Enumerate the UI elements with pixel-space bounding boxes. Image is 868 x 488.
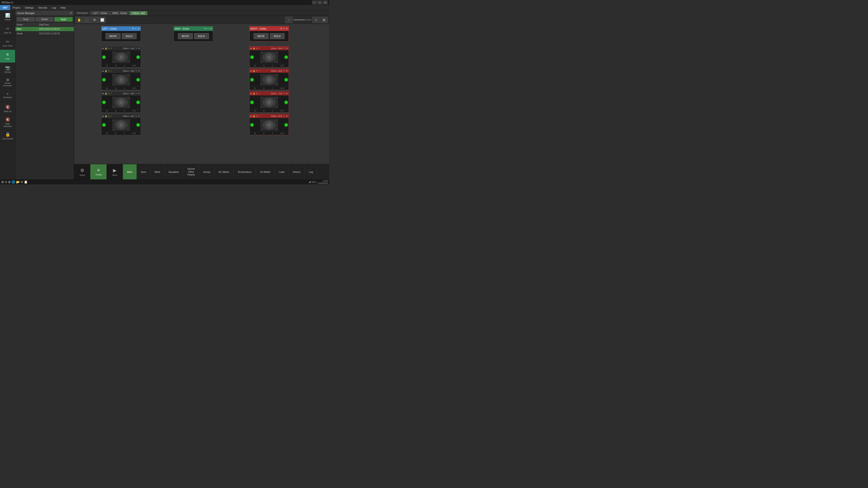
sidebar-item-sync-from[interactable]: ⇦ Sync From [0, 37, 15, 50]
tab-group[interactable]: Group [199, 164, 215, 180]
date-display: 21/03/2019 [318, 182, 328, 184]
zoom-in-button[interactable]: + [312, 17, 320, 23]
tab-history[interactable]: History [289, 164, 305, 180]
svg-point-3 [120, 56, 123, 59]
maximize-button[interactable]: □ [317, 0, 322, 4]
taskbar-app-icon[interactable]: 📋 [24, 180, 28, 184]
led-out-5as [285, 56, 288, 59]
sidebar-item-sync-to[interactable]: ⇨ Sync To [0, 24, 15, 37]
hand-tool-button[interactable]: ✋ [75, 17, 83, 23]
zoom-out-button[interactable]: − [285, 17, 292, 23]
tab-210la-1as[interactable]: 210LA - 1AS [130, 11, 147, 15]
taskbar-edge-icon[interactable]: 🌐 [11, 180, 15, 184]
tab-left-1gadv[interactable]: LEFT - 1GAdv [90, 11, 110, 15]
sub-device-icon-edit-2as[interactable]: ✎ [135, 70, 137, 72]
tab-temperature[interactable]: Temperature [234, 164, 256, 180]
sidebar-item-online[interactable]: 📊 Online [0, 10, 15, 24]
sidebar-item-mute-all[interactable]: 🔇 Mute All [0, 102, 15, 115]
close-button[interactable]: ✕ [323, 0, 328, 4]
menu-item-security[interactable]: Security [36, 5, 50, 10]
solo-button-main[interactable]: SOLO [194, 33, 209, 39]
paste-tool-button[interactable]: ⬜ [98, 17, 106, 23]
sub-device-icon-edit-1as[interactable]: ✎ [135, 47, 137, 50]
nav-show[interactable]: ▶ Show [107, 164, 123, 180]
delete-button[interactable]: Delete [36, 17, 54, 22]
mute-button-left[interactable]: MUTE [105, 33, 120, 39]
sub-device-210la-6as: ⇄ 🔒 ↻ ✓ 210LA - 6AS ✎ ▼ [249, 69, 289, 90]
minimize-button[interactable]: ─ [312, 0, 317, 4]
sub-device-labels-7as: IN M S OUT [250, 109, 289, 112]
menu-item-help[interactable]: Help [58, 5, 68, 10]
sidebar-item-group-overview[interactable]: ▤ Group Overview [0, 76, 15, 89]
apply-button[interactable]: Apply [55, 17, 72, 22]
scene-close-button[interactable]: ✕ [70, 11, 72, 15]
tab-main[interactable]: Main [123, 164, 137, 180]
scene-row-main[interactable]: Main 03/21/2019 12:58:14 [16, 27, 74, 31]
zoom-fit-button[interactable]: ⊞ [320, 17, 328, 23]
taskbar-mail-icon[interactable]: ✉ [21, 180, 23, 184]
sub-device-header-1as: ⇄ 🔒 ↻ ✓ 210LA - 1AS ✎ ▼ [101, 46, 141, 51]
device-header-right: RIGHT - 2GAdv 👁 ✎ ▼ [250, 26, 289, 31]
taskbar-explorer-icon[interactable]: 📂 [16, 180, 20, 184]
edit-icon-right[interactable]: ✎ [283, 28, 285, 30]
zoom-controls: − + ⊞ [285, 17, 328, 23]
scene-actions: Snap Delete Apply [16, 16, 74, 23]
sub-device-dropdown-1as[interactable]: ▼ [138, 47, 140, 50]
sub-device-body-4as [101, 118, 141, 132]
edit-icon-left[interactable]: ✎ [135, 28, 137, 30]
led-out-6as [285, 78, 288, 81]
tab-main-3gadv[interactable]: MAIN - 3GAdv [110, 11, 129, 15]
menu-item-fbt[interactable]: FBT [0, 5, 10, 10]
taskbar-task-view[interactable]: ⊞ [8, 180, 11, 184]
sub-device-title-4as: 210LA - 4AS [113, 115, 134, 117]
nav-setup[interactable]: ⚙ Setup [74, 164, 90, 180]
solo-button-left[interactable]: SOLO [122, 33, 136, 39]
tab-sync[interactable]: Sync [137, 164, 151, 180]
sub-device-dropdown-2as[interactable]: ▼ [138, 70, 140, 72]
solo-button-right[interactable]: SOLO [270, 33, 285, 39]
eye-icon-left[interactable]: 👁 [132, 28, 134, 30]
sub-device-title-1as: 210LA - 1AS [113, 47, 134, 50]
sidebar-item-summary[interactable]: ≡ Summary [0, 89, 15, 102]
copy-tool-button[interactable]: ⧉ [91, 17, 98, 23]
tab-volume-delay-polarity[interactable]: VolumeDelayPolarity [183, 164, 199, 180]
taskbar-search[interactable]: ⊙ [5, 180, 7, 184]
sub-device-labels-4as: IN M S OUT [101, 132, 141, 135]
tab-mute[interactable]: Mute [151, 164, 164, 180]
select-tool-button[interactable]: ⬚ [83, 17, 90, 23]
mute-selection-icon: 🔇 [5, 117, 10, 122]
tab-ac-mains[interactable]: AC Mains [215, 164, 234, 180]
tab-vu-meter[interactable]: VU Meter [256, 164, 275, 180]
sidebar-item-scenes[interactable]: 📷 Scenes [0, 63, 15, 76]
nav-label-show: Show [112, 174, 117, 176]
edit-icon-main[interactable]: ✎ [207, 28, 209, 30]
sub-device-header-4as: ⇄ 🔒 ↻ ✓ 210LA - 4AS ✎ ▼ [101, 114, 141, 118]
sub-device-icon-lock-1as: 🔒 [105, 47, 107, 50]
sidebar-label-live: Live [6, 58, 9, 60]
dropdown-icon-right[interactable]: ▼ [286, 28, 288, 30]
sub-device-title-2as: 210LA - 2AS [113, 70, 134, 72]
sidebar-item-mute-selection[interactable]: 🔇 Mute Selection [0, 115, 15, 130]
mute-button-right[interactable]: MUTE [254, 33, 268, 39]
tab-equalizer[interactable]: Equalizer [164, 164, 183, 180]
tab-log[interactable]: Log [305, 164, 317, 180]
nav-tuning[interactable]: ≡ Tuning [90, 164, 107, 180]
eye-icon-main[interactable]: 👁 [204, 28, 206, 30]
menu-item-project[interactable]: Project [10, 5, 22, 10]
sub-device-body-3as [101, 96, 141, 109]
dropdown-icon-main[interactable]: ▼ [210, 28, 212, 30]
sidebar-item-lock-screen[interactable]: 🔒 Lock Screen [0, 130, 15, 143]
snap-button[interactable]: Snap [17, 17, 35, 22]
menu-item-log[interactable]: Log [50, 5, 58, 10]
eye-icon-right[interactable]: 👁 [280, 28, 282, 30]
scene-manager-header: Scene Manager ✕ [16, 10, 74, 16]
dropdown-icon-left[interactable]: ▼ [138, 28, 140, 30]
menu-item-settings[interactable]: Settings [23, 5, 36, 10]
start-button[interactable]: ⊞ [1, 180, 4, 184]
sidebar-item-live[interactable]: ≡ Live [0, 50, 15, 63]
mute-button-main[interactable]: MUTE [178, 33, 193, 39]
sync-from-icon: ⇦ [6, 39, 9, 44]
zoom-slider[interactable] [293, 20, 311, 20]
scene-row-vocal[interactable]: Vocal 03/21/2019 12:58:29 [16, 31, 74, 36]
tab-load[interactable]: Load [275, 164, 289, 180]
